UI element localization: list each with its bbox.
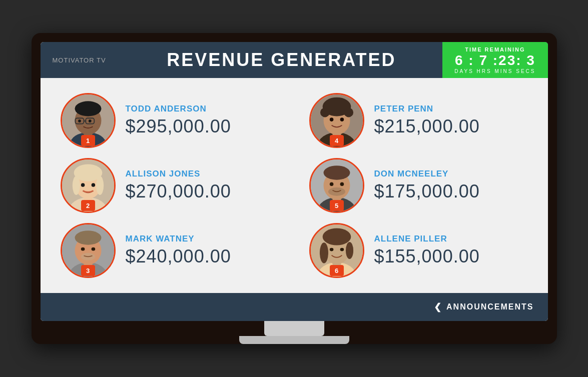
stand-base: [239, 336, 349, 344]
leaderboard-entry-5: 5 DON MCNEELEY $175,000.00: [309, 158, 528, 213]
avatar-wrap-5: 5: [309, 158, 364, 213]
leaderboard-entry-6: 6 ALLENE PILLER $155,000.00: [309, 223, 528, 278]
entry-name-5: DON MCNEELEY: [374, 169, 480, 179]
entry-info-6: ALLENE PILLER $155,000.00: [374, 234, 480, 267]
entry-name-3: MARK WATNEY: [126, 234, 231, 244]
svg-point-27: [91, 183, 95, 187]
entry-amount-3: $240,000.00: [126, 246, 231, 267]
rank-badge-3: 3: [81, 265, 95, 276]
svg-point-4: [75, 101, 101, 116]
svg-point-9: [88, 120, 91, 122]
svg-point-50: [345, 242, 353, 259]
rank-badge-4: 4: [330, 135, 344, 146]
svg-point-15: [320, 108, 329, 117]
svg-point-34: [329, 182, 333, 186]
entry-info-4: PETER PENN $215,000.00: [374, 104, 480, 137]
entry-info-5: DON MCNEELEY $175,000.00: [374, 169, 480, 202]
svg-point-24: [72, 176, 80, 195]
entry-name-1: TODD ANDERSON: [126, 104, 231, 114]
leaderboard-entry-4: 4 PETER PENN $215,000.00: [309, 93, 528, 148]
svg-point-48: [322, 228, 351, 246]
announcements-label: ANNOUNCEMENTS: [446, 302, 533, 312]
timer-label: TIME REMAINING: [465, 46, 525, 52]
stand-neck: [264, 321, 324, 336]
svg-point-18: [340, 118, 344, 122]
entry-name-6: ALLENE PILLER: [374, 234, 480, 244]
entry-name-4: PETER PENN: [374, 104, 480, 114]
svg-point-43: [91, 248, 95, 251]
brand-label: MOTIVATOR TV: [41, 42, 121, 78]
avatar-wrap-6: 6: [309, 223, 364, 278]
svg-point-25: [96, 176, 104, 195]
chevron-left-icon: ❮: [434, 302, 442, 312]
entry-amount-2: $270,000.00: [126, 181, 231, 202]
rank-badge-2: 2: [81, 200, 95, 211]
rank-badge-1: 1: [81, 135, 95, 146]
avatar-wrap-1: 1: [61, 93, 116, 148]
svg-point-40: [75, 230, 101, 244]
leaderboard-entry-2: 2 ALLISON JONES $270,000.00: [61, 158, 279, 213]
entry-amount-5: $175,000.00: [374, 181, 480, 202]
leaderboard-grid: 1 TODD ANDERSON $295,000.00: [41, 78, 548, 293]
tv-frame: MOTIVATOR TV REVENUE GENERATED TIME REMA…: [32, 33, 557, 344]
svg-point-42: [81, 248, 85, 251]
svg-point-32: [323, 166, 350, 180]
avatar-wrap-4: 4: [309, 93, 364, 148]
rank-badge-6: 6: [330, 265, 344, 276]
svg-point-17: [329, 118, 333, 122]
entry-amount-4: $215,000.00: [374, 116, 480, 137]
leaderboard-entry-1: 1 TODD ANDERSON $295,000.00: [61, 93, 279, 148]
svg-point-49: [319, 242, 328, 264]
announcements-button[interactable]: ❮ ANNOUNCEMENTS: [434, 302, 533, 312]
entry-info-1: TODD ANDERSON $295,000.00: [126, 104, 231, 137]
entry-amount-1: $295,000.00: [126, 116, 231, 137]
entry-info-2: ALLISON JONES $270,000.00: [126, 169, 231, 202]
page-title: REVENUE GENERATED: [121, 42, 443, 78]
entry-amount-6: $155,000.00: [374, 246, 480, 267]
header: MOTIVATOR TV REVENUE GENERATED TIME REMA…: [41, 42, 548, 78]
rank-badge-5: 5: [330, 200, 344, 211]
tv-stand: [41, 321, 548, 344]
footer: ❮ ANNOUNCEMENTS: [41, 293, 548, 321]
svg-point-26: [81, 183, 85, 187]
svg-point-52: [340, 248, 344, 252]
svg-point-35: [340, 182, 344, 186]
entry-info-3: MARK WATNEY $240,000.00: [126, 234, 231, 267]
timer-value: 6 : 7 :23: 3: [455, 54, 535, 68]
svg-point-8: [78, 120, 81, 122]
entry-name-2: ALLISON JONES: [126, 169, 231, 179]
avatar-wrap-3: 3: [61, 223, 116, 278]
svg-point-16: [344, 108, 353, 117]
timer-widget: TIME REMAINING 6 : 7 :23: 3 DAYS HRS MIN…: [442, 42, 547, 78]
leaderboard-entry-3: 3 MARK WATNEY $240,000.00: [61, 223, 279, 278]
timer-units: DAYS HRS MINS SECS: [454, 68, 535, 74]
svg-point-51: [329, 248, 333, 252]
avatar-wrap-2: 2: [61, 158, 116, 213]
tv-screen: MOTIVATOR TV REVENUE GENERATED TIME REMA…: [41, 42, 548, 321]
